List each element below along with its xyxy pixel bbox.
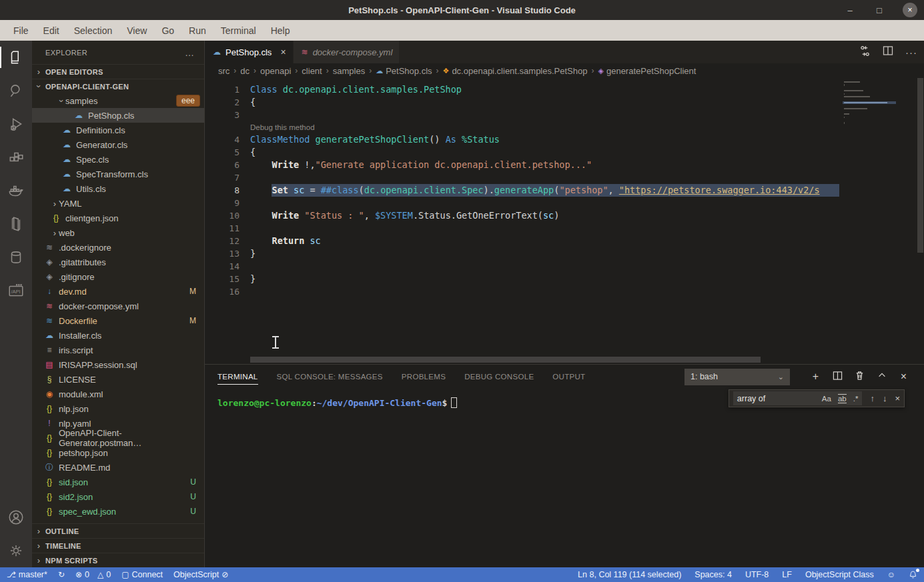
- code-line-2[interactable]: 2{: [205, 96, 839, 109]
- file-readme-md[interactable]: ⓘREADME.md: [32, 460, 204, 475]
- settings-gear-icon[interactable]: [0, 534, 32, 567]
- code-line-3[interactable]: 3: [205, 109, 839, 121]
- menu-terminal[interactable]: Terminal: [214, 23, 263, 39]
- objectscript-icon[interactable]: [0, 207, 32, 241]
- section-timeline[interactable]: › TIMELINE: [32, 538, 204, 553]
- explorer-more-actions-icon[interactable]: …: [185, 47, 195, 58]
- file-generator-cls[interactable]: ☁Generator.cls: [32, 137, 204, 152]
- breadcrumb-item[interactable]: client: [302, 66, 322, 76]
- maximize-button[interactable]: □: [873, 4, 885, 16]
- panel-tab-output[interactable]: OUTPUT: [552, 365, 585, 389]
- breadcrumb-item[interactable]: ❖dc.openapi.client.samples.PetShop: [443, 66, 588, 76]
- run-debug-icon[interactable]: [0, 107, 32, 141]
- file-dockerfile[interactable]: ≋DockerfileM: [32, 313, 204, 328]
- file-iris-script[interactable]: ≡iris.script: [32, 343, 204, 357]
- file-sid-json[interactable]: {}sid.jsonU: [32, 475, 204, 489]
- file-petshop-json[interactable]: {}petshop.json: [32, 445, 204, 460]
- menu-edit[interactable]: Edit: [37, 23, 66, 39]
- minimap[interactable]: [843, 81, 896, 127]
- file-petshop-cls[interactable]: ☁PetShop.cls: [32, 108, 204, 123]
- menu-help[interactable]: Help: [264, 23, 297, 39]
- file-clientgen-json[interactable]: {}clientgen.json: [32, 211, 204, 225]
- file--dockerignore[interactable]: ≋.dockerignore: [32, 240, 204, 255]
- code-line-1[interactable]: 1Class dc.openapi.client.samples.PetShop: [205, 83, 839, 96]
- code-line-15[interactable]: 15}: [205, 273, 839, 285]
- panel-tab-terminal[interactable]: TERMINAL: [217, 365, 258, 389]
- menu-file[interactable]: File: [7, 23, 35, 39]
- status-language-mode[interactable]: ObjectScript Class: [805, 570, 874, 579]
- status-objectscript-server[interactable]: ObjectScript⊘: [173, 570, 228, 579]
- menu-selection[interactable]: Selection: [67, 23, 119, 39]
- close-button[interactable]: ×: [903, 3, 917, 17]
- rest-api-icon[interactable]: /API: [0, 274, 32, 307]
- code-line-10[interactable]: 10 Write "Status : ", $SYSTEM.Status.Get…: [205, 209, 839, 222]
- split-terminal-icon[interactable]: [827, 371, 849, 383]
- code-line-7[interactable]: 7: [205, 171, 839, 184]
- status-indentation[interactable]: Spaces: 4: [695, 570, 732, 579]
- file-spectransform-cls[interactable]: ☁SpecTransform.cls: [32, 167, 204, 181]
- code-editor[interactable]: 1Class dc.openapi.client.samples.PetShop…: [205, 78, 924, 364]
- kill-terminal-icon[interactable]: [849, 370, 871, 383]
- status-eol[interactable]: LF: [782, 570, 792, 579]
- close-panel-icon[interactable]: ×: [893, 371, 915, 383]
- tab-petshop-cls[interactable]: ☁PetShop.cls×: [205, 41, 293, 63]
- status-encoding[interactable]: UTF-8: [745, 570, 769, 579]
- status-errors-warnings[interactable]: ⊗0△0: [75, 570, 111, 579]
- explorer-icon[interactable]: [0, 41, 32, 74]
- file-utils-cls[interactable]: ☁Utils.cls: [32, 181, 204, 196]
- code-line-13[interactable]: 13}: [205, 247, 839, 260]
- file-definition-cls[interactable]: ☁Definition.cls: [32, 123, 204, 137]
- more-actions-icon[interactable]: ···: [905, 47, 917, 58]
- code-line-12[interactable]: 12 Return sc: [205, 235, 839, 247]
- section-root-folder[interactable]: › OPENAPI-CLIENT-GEN: [32, 79, 204, 93]
- menu-go[interactable]: Go: [155, 23, 181, 39]
- code-line-9[interactable]: 9: [205, 197, 839, 209]
- menu-run[interactable]: Run: [182, 23, 213, 39]
- folder-yaml[interactable]: ›YAML: [32, 196, 204, 211]
- docker-icon[interactable]: [0, 174, 32, 207]
- codelens-debug-this-method[interactable]: Debug this method: [205, 121, 839, 133]
- compare-changes-icon[interactable]: [859, 45, 871, 59]
- file--gitignore[interactable]: ◈.gitignore: [32, 269, 204, 284]
- status-git-branch[interactable]: ⎇master*: [7, 570, 47, 579]
- section-outline[interactable]: › OUTLINE: [32, 523, 204, 538]
- code-line-14[interactable]: 14: [205, 260, 839, 273]
- breadcrumb-item[interactable]: openapi: [260, 66, 291, 76]
- file-module-xml[interactable]: ◉module.xml: [32, 387, 204, 401]
- split-editor-icon[interactable]: [883, 45, 893, 59]
- file-irisapp-session-sql[interactable]: ▤IRISAPP.session.sql: [32, 357, 204, 372]
- breadcrumb-item[interactable]: src: [218, 66, 229, 76]
- status-notifications-bell[interactable]: [909, 570, 917, 579]
- file-spec-cls[interactable]: ☁Spec.cls: [32, 152, 204, 167]
- status-sync[interactable]: ↻: [58, 570, 65, 579]
- file-spec-ewd-json[interactable]: {}spec_ewd.jsonU: [32, 504, 204, 519]
- tab-docker-compose-yml[interactable]: ≋docker-compose.yml: [294, 41, 400, 63]
- terminal-shell-select[interactable]: 1: bash ⌄: [684, 369, 790, 385]
- status-feedback[interactable]: ☺: [887, 570, 895, 579]
- file-openapi-client-generator-postman-[interactable]: {}OpenAPI-Client-Generator.postman…: [32, 431, 204, 445]
- vertical-scrollbar[interactable]: [917, 78, 924, 253]
- horizontal-scrollbar[interactable]: [250, 357, 761, 363]
- file-license[interactable]: §LICENSE: [32, 372, 204, 387]
- new-terminal-icon[interactable]: +: [805, 371, 827, 383]
- status-cursor-position[interactable]: Ln 8, Col 119 (114 selected): [578, 570, 681, 579]
- code-line-5[interactable]: 5{: [205, 146, 839, 159]
- breadcrumb-item[interactable]: ◈generatePetShopClient: [598, 66, 696, 76]
- file-sid2-json[interactable]: {}sid2.jsonU: [32, 489, 204, 504]
- close-tab-icon[interactable]: ×: [280, 47, 286, 57]
- maximize-panel-icon[interactable]: [871, 371, 893, 383]
- minimize-button[interactable]: –: [844, 4, 856, 16]
- intersystems-tools-icon[interactable]: [0, 241, 32, 274]
- panel-tab-sql-console-messages[interactable]: SQL CONSOLE: MESSAGES: [277, 365, 383, 389]
- file-nlp-json[interactable]: {}nlp.json: [32, 401, 204, 416]
- breadcrumb-item[interactable]: samples: [333, 66, 365, 76]
- menu-view[interactable]: View: [120, 23, 153, 39]
- panel-tab-debug-console[interactable]: DEBUG CONSOLE: [464, 365, 534, 389]
- file--gitattributes[interactable]: ◈.gitattributes: [32, 255, 204, 269]
- folder-web[interactable]: ›web: [32, 225, 204, 240]
- code-line-4[interactable]: 4ClassMethod generatePetShopClient() As …: [205, 133, 839, 146]
- search-icon[interactable]: [0, 74, 32, 107]
- panel-tab-problems[interactable]: PROBLEMS: [402, 365, 446, 389]
- code-line-16[interactable]: 16: [205, 285, 839, 298]
- folder-samples[interactable]: ›sampleseee: [32, 93, 204, 108]
